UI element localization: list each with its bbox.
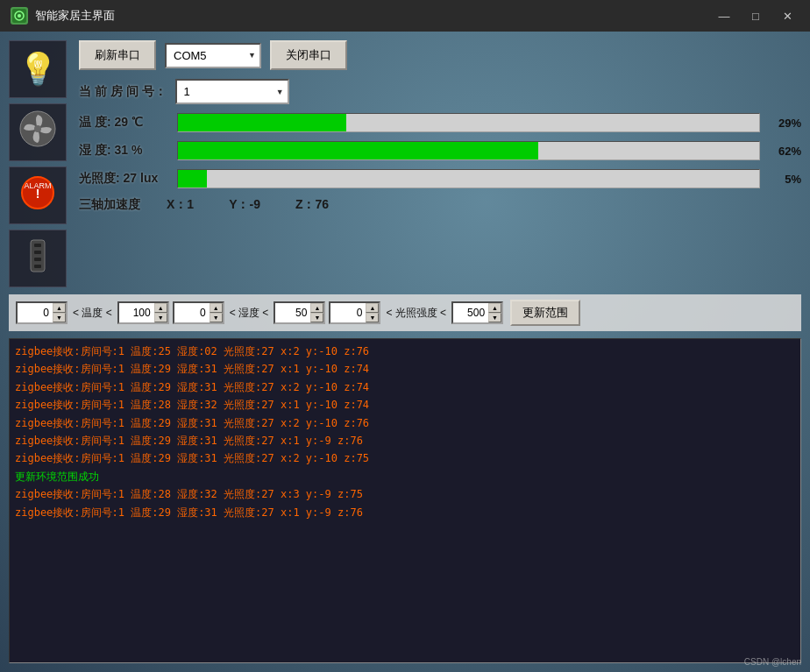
temperature-bar [178, 114, 346, 131]
light-max-down[interactable]: ▼ [488, 313, 501, 322]
hum-max-down[interactable]: ▼ [310, 313, 323, 322]
temperature-progress [177, 113, 760, 132]
update-range-button[interactable]: 更新范围 [510, 300, 580, 326]
fan-icon-box [9, 103, 67, 161]
hum-max-input[interactable]: 50 [275, 303, 310, 322]
accel-label: 三轴加速度 [79, 197, 140, 213]
bulb-icon-box: 💡 [9, 40, 67, 98]
light-progress [177, 169, 760, 188]
light-row: 光照度: 27 lux 5% [79, 169, 801, 188]
controls-panel: 刷新串口 COM5 关闭串口 当 前 房 间 号： 1 温 度: 29 ℃ [79, 40, 801, 287]
com-port-select[interactable]: COM5 [165, 43, 261, 68]
hum-min-spinbox: 0 ▲ ▼ [173, 301, 224, 324]
temp-max-spinbox: 100 ▲ ▼ [117, 301, 169, 324]
light-range-label: < 光照强度 < [384, 306, 448, 321]
log-line: zigbee接收:房间号:1 温度:29 湿度:31 光照度:27 x:2 y:… [15, 449, 795, 467]
refresh-port-button[interactable]: 刷新串口 [79, 40, 156, 70]
hum-min-down[interactable]: ▼ [210, 313, 223, 322]
light-label: 光照度: 27 lux [79, 171, 167, 187]
hum-min-input[interactable]: 0 [174, 303, 210, 322]
alarm-icon: ! ALARM [18, 173, 57, 218]
accel-row: 三轴加速度 X：1 Y：-9 Z：76 [79, 197, 801, 213]
log-line: zigbee接收:房间号:1 温度:29 湿度:31 光照度:27 x:2 y:… [15, 378, 795, 396]
accel-z: Z：76 [295, 197, 329, 213]
temp-min-input[interactable]: 0 [18, 303, 53, 322]
svg-rect-12 [34, 265, 41, 268]
close-port-button[interactable]: 关闭串口 [270, 40, 347, 70]
svg-point-4 [34, 125, 41, 132]
temp-range-label: < 温度 < [71, 306, 114, 321]
hum-range-label: < 湿度 < [228, 306, 271, 321]
hum-min-up[interactable]: ▲ [210, 303, 223, 313]
device-icons: 💡 [9, 40, 70, 287]
temperature-row: 温 度: 29 ℃ 29% [79, 113, 801, 132]
light-min-up[interactable]: ▲ [366, 303, 379, 313]
title-bar: 智能家居主界面 — □ ✕ [0, 0, 810, 32]
temp-min-spinbox: 0 ▲ ▼ [16, 301, 68, 324]
watermark: CSDN @lchen [744, 657, 801, 667]
light-min-down[interactable]: ▼ [366, 313, 379, 322]
room-select-wrapper: 1 [175, 79, 289, 104]
svg-text:ALARM: ALARM [24, 181, 51, 190]
minimize-button[interactable]: — [712, 6, 736, 25]
main-window: 智能家居主界面 — □ ✕ 💡 [0, 0, 810, 672]
bulb-icon: 💡 [18, 51, 58, 88]
log-line: zigbee接收:房间号:1 温度:25 湿度:02 光照度:27 x:2 y:… [15, 343, 795, 360]
svg-rect-11 [34, 258, 41, 261]
humidity-row: 湿 度: 31 % 62% [79, 141, 801, 160]
temperature-percent: 29% [771, 117, 801, 130]
hum-max-spinbox: 50 ▲ ▼ [274, 301, 325, 324]
close-button[interactable]: ✕ [775, 6, 799, 25]
svg-point-2 [18, 14, 21, 18]
log-line: zigbee接收:房间号:1 温度:28 湿度:32 光照度:27 x:1 y:… [15, 396, 795, 414]
port-row: 刷新串口 COM5 关闭串口 [79, 40, 801, 70]
light-max-up[interactable]: ▲ [488, 303, 501, 313]
light-percent: 5% [771, 173, 801, 186]
alarm-icon-box: ! ALARM [9, 166, 67, 224]
light-bar [178, 170, 207, 187]
humidity-progress [177, 141, 760, 160]
fan-icon [18, 110, 57, 155]
main-content: 💡 [0, 32, 810, 672]
range-controls: 0 ▲ ▼ < 温度 < 100 ▲ ▼ 0 ▲ ▼ [9, 294, 801, 331]
temp-max-up[interactable]: ▲ [154, 303, 167, 313]
sensor-icon [18, 237, 57, 281]
accel-x: X：1 [167, 197, 194, 213]
humidity-bar [178, 142, 538, 159]
log-line: zigbee接收:房间号:1 温度:29 湿度:31 光照度:27 x:1 y:… [15, 504, 795, 521]
room-label: 当 前 房 间 号： [79, 84, 167, 100]
log-line: 更新环境范围成功 [15, 468, 795, 485]
temp-min-up[interactable]: ▲ [53, 303, 66, 313]
sensor-icon-box [9, 230, 67, 287]
window-controls: — □ ✕ [712, 6, 799, 25]
maximize-button[interactable]: □ [743, 6, 768, 25]
light-max-spinbox: 500 ▲ ▼ [451, 301, 503, 324]
top-section: 💡 [9, 40, 801, 287]
temp-max-input[interactable]: 100 [119, 303, 154, 322]
log-line: zigbee接收:房间号:1 温度:28 湿度:32 光照度:27 x:3 y:… [15, 485, 795, 503]
accel-y: Y：-9 [229, 197, 260, 213]
log-line: zigbee接收:房间号:1 温度:29 湿度:31 光照度:27 x:2 y:… [15, 414, 795, 432]
temp-min-down[interactable]: ▼ [53, 313, 66, 322]
log-line: zigbee接收:房间号:1 温度:29 湿度:31 光照度:27 x:1 y:… [15, 360, 795, 378]
humidity-label: 湿 度: 31 % [79, 143, 167, 159]
temperature-label: 温 度: 29 ℃ [79, 115, 167, 131]
svg-rect-10 [34, 251, 41, 254]
humidity-percent: 62% [771, 145, 801, 158]
app-title: 智能家居主界面 [35, 8, 712, 24]
hum-max-up[interactable]: ▲ [310, 303, 323, 313]
room-row: 当 前 房 间 号： 1 [79, 79, 801, 104]
light-min-spinbox: 0 ▲ ▼ [329, 301, 380, 324]
temp-max-down[interactable]: ▼ [154, 313, 167, 322]
light-min-input[interactable]: 0 [330, 303, 366, 322]
com-port-wrapper: COM5 [165, 43, 261, 68]
log-area[interactable]: zigbee接收:房间号:1 温度:25 湿度:02 光照度:27 x:2 y:… [9, 338, 801, 663]
light-max-input[interactable]: 500 [453, 303, 488, 322]
app-icon [11, 7, 28, 25]
log-line: zigbee接收:房间号:1 温度:29 湿度:31 光照度:27 x:1 y:… [15, 432, 795, 449]
accel-values: X：1 Y：-9 Z：76 [167, 197, 329, 213]
svg-rect-9 [34, 244, 41, 247]
room-select[interactable]: 1 [175, 79, 289, 104]
